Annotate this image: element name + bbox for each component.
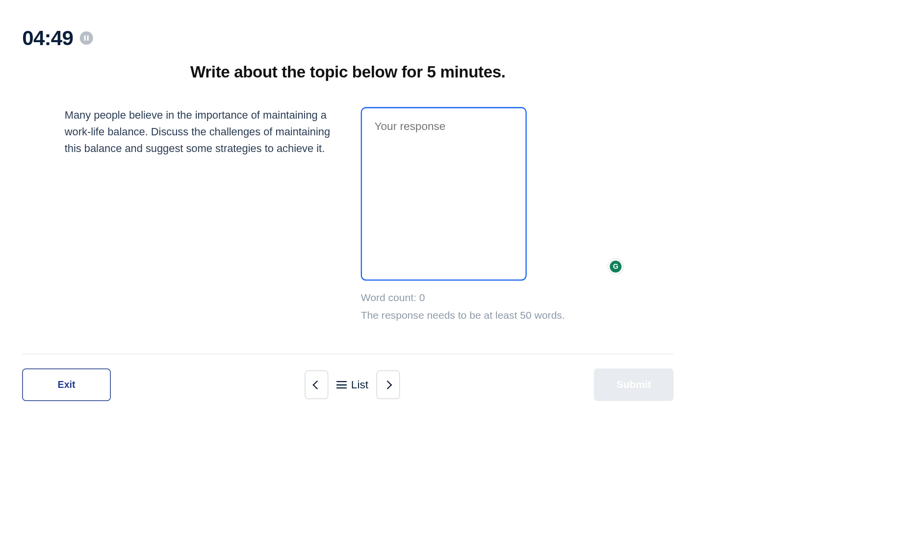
submit-button[interactable]: Submit [594,368,674,401]
prev-button[interactable] [305,370,328,399]
next-button[interactable] [377,370,400,399]
grammarly-icon[interactable]: G [608,258,624,275]
pause-icon[interactable] [80,31,93,45]
word-count-label: Word count: 0 [361,292,631,304]
response-textarea[interactable] [361,107,527,280]
footer-divider [22,354,673,355]
list-button[interactable]: List [336,379,368,391]
prompt-text: Many people believe in the importance of… [65,107,335,333]
grammarly-glyph: G [610,261,621,273]
timer-value: 04:49 [22,26,73,50]
chevron-right-icon [385,382,392,388]
exit-button[interactable]: Exit [22,368,111,401]
timer-row: 04:49 [22,26,93,50]
page-heading: Write about the topic below for 5 minute… [0,63,696,81]
list-icon [336,381,347,388]
min-words-label: The response needs to be at least 50 wor… [361,309,631,321]
chevron-left-icon [312,382,320,388]
list-label: List [351,379,368,391]
